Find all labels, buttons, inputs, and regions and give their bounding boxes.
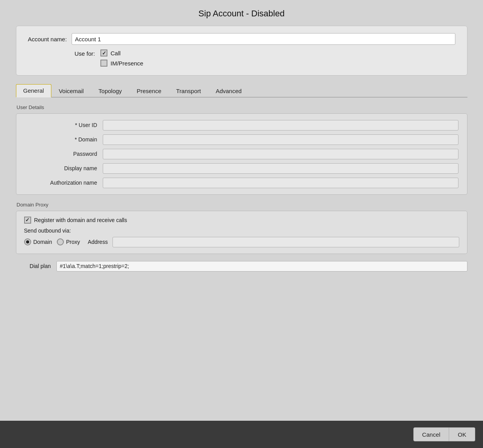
proxy-radio-label: Proxy [66, 239, 80, 245]
tab-topology[interactable]: Topology [91, 85, 129, 97]
tab-voicemail[interactable]: Voicemail [51, 85, 91, 97]
address-input[interactable] [112, 237, 459, 247]
address-label: Address [88, 239, 108, 245]
use-for-call[interactable]: Call [100, 49, 143, 56]
ok-button[interactable]: OK [449, 427, 475, 441]
dialog-title: Sip Account - Disabled [16, 0, 467, 26]
cancel-button[interactable]: Cancel [413, 427, 450, 441]
register-label: Register with domain and receive calls [34, 217, 127, 223]
password-input[interactable] [103, 149, 458, 159]
tabs-bar: General Voicemail Topology Presence Tran… [16, 84, 467, 97]
password-row: Password [25, 149, 458, 159]
auth-name-input[interactable] [103, 178, 458, 188]
tab-advanced[interactable]: Advanced [208, 85, 249, 97]
user-details-box: * User ID * Domain Password Display name… [16, 113, 467, 195]
radio-row: Domain Proxy Address [24, 237, 459, 247]
radio-domain[interactable]: Domain [24, 238, 52, 245]
domain-input[interactable] [103, 134, 458, 145]
use-for-im-presence[interactable]: IM/Presence [100, 60, 143, 67]
radio-proxy[interactable]: Proxy [57, 238, 80, 245]
domain-radio[interactable] [24, 238, 31, 245]
auth-name-label: Authorization name [25, 180, 103, 186]
tab-transport[interactable]: Transport [169, 85, 209, 97]
password-label: Password [25, 151, 103, 157]
dialplan-input[interactable] [56, 261, 467, 272]
bottom-bar: Cancel OK [0, 421, 483, 448]
use-for-label: Use for: [75, 49, 95, 57]
im-presence-label: IM/Presence [111, 60, 143, 67]
domain-row: * Domain [25, 134, 458, 145]
user-id-label: * User ID [25, 122, 103, 128]
send-outbound-label: Send outbound via: [24, 228, 459, 234]
display-name-input[interactable] [103, 163, 458, 174]
domain-proxy-section-label: Domain Proxy [17, 202, 467, 208]
domain-proxy-box: Register with domain and receive calls S… [16, 211, 467, 254]
call-label: Call [111, 50, 121, 56]
account-name-label: Account name: [28, 36, 67, 42]
domain-radio-label: Domain [33, 239, 52, 245]
domain-label: * Domain [25, 136, 103, 143]
register-row[interactable]: Register with domain and receive calls [24, 217, 459, 224]
user-id-row: * User ID [25, 120, 458, 131]
dialplan-row: Dial plan [16, 261, 467, 272]
display-name-label: Display name [25, 165, 103, 171]
register-checkbox[interactable] [24, 217, 31, 224]
user-details-section-label: User Details [17, 104, 467, 110]
tab-presence[interactable]: Presence [129, 85, 169, 97]
account-name-input[interactable] [72, 33, 455, 45]
general-tab-content: User Details * User ID * Domain Password… [16, 104, 467, 279]
user-id-input[interactable] [103, 120, 458, 131]
dialplan-label: Dial plan [16, 263, 51, 269]
account-info-box: Account name: Use for: Call IM/Presence [16, 26, 467, 76]
im-presence-checkbox[interactable] [100, 60, 107, 67]
auth-name-row: Authorization name [25, 178, 458, 188]
display-name-row: Display name [25, 163, 458, 174]
tab-general[interactable]: General [16, 84, 51, 97]
proxy-radio[interactable] [57, 238, 64, 245]
use-for-options: Call IM/Presence [100, 49, 143, 67]
call-checkbox[interactable] [100, 49, 107, 56]
